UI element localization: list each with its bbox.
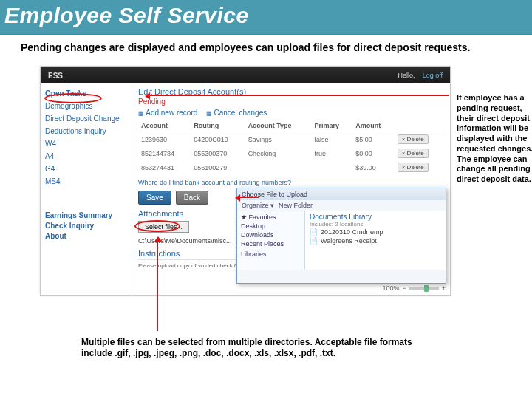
sidebar-item-direct-deposit[interactable]: Direct Deposit Change	[45, 112, 127, 125]
table-row: 852144784 055300370 Checking true $0.00 …	[138, 146, 444, 160]
arrow-icon	[146, 95, 449, 96]
accounts-table: Account Routing Account Type Primary Amo…	[138, 120, 444, 174]
file-chooser-dialog: Choose File to Upload Organize ▾ New Fol…	[236, 188, 446, 284]
sidebar-earnings[interactable]: Earnings Summary	[45, 211, 127, 219]
chooser-nav-item[interactable]: ★ Favorites	[241, 213, 301, 222]
chooser-lib-title: Documents Library	[310, 213, 441, 221]
chooser-nav-item[interactable]: Libraries	[241, 250, 301, 259]
sidebar-check[interactable]: Check Inquiry	[45, 222, 127, 230]
grid-toolbar: Add new record Cancel changes	[138, 109, 444, 117]
bottom-annotation: Multiple files can be selected from mult…	[81, 337, 436, 359]
help-link[interactable]: Where do I find bank account and routing…	[138, 179, 444, 186]
chooser-organize[interactable]: Organize ▾	[242, 202, 274, 209]
col-type: Account Type	[245, 120, 312, 132]
chooser-file[interactable]: Walgreens Receipt	[310, 236, 441, 245]
chooser-file[interactable]: 20120310 Cmdr emp	[310, 228, 441, 236]
sidebar-item-w4[interactable]: W4	[45, 137, 127, 150]
hello-text: Hello,	[398, 72, 415, 79]
chooser-newfolder[interactable]: New Folder	[279, 202, 313, 209]
chooser-title: Choose File to Upload	[237, 188, 446, 200]
cancel-changes-button[interactable]: Cancel changes	[206, 109, 267, 117]
chooser-nav: ★ Favorites Desktop Downloads Recent Pla…	[237, 211, 305, 270]
chooser-nav-item[interactable]: Recent Places	[241, 239, 301, 248]
slide-title-bar: Employee Self Service	[0, 0, 532, 35]
highlight-oval	[44, 93, 102, 103]
chooser-nav-item[interactable]: Downloads	[241, 231, 301, 239]
ess-brand: ESS	[48, 72, 63, 80]
sidebar-item-deductions[interactable]: Deductions Inquiry	[45, 125, 127, 137]
logoff-link[interactable]: Log off	[423, 72, 443, 79]
table-row: 1239630 04200C019 Savings false $5.00 × …	[138, 132, 444, 147]
ess-app-header: ESS Hello, Log off	[41, 67, 450, 83]
delete-button[interactable]: × Delete	[398, 134, 429, 144]
pending-badge: Pending	[138, 98, 444, 106]
stage: ESS Hello, Log off Open Tasks Demographi…	[15, 58, 517, 375]
arrow-icon	[236, 197, 259, 198]
sidebar-item-g4[interactable]: G4	[45, 163, 127, 175]
slide-title: Employee Self Service	[4, 3, 525, 28]
save-button[interactable]: Save	[138, 191, 171, 205]
col-account: Account	[138, 120, 191, 132]
slide-subtitle: Pending changes are displayed and employ…	[0, 35, 532, 58]
sidebar: Open Tasks Demographics Direct Deposit C…	[41, 83, 132, 295]
highlight-oval	[134, 220, 180, 232]
sidebar-item-a4[interactable]: A4	[45, 150, 127, 163]
col-amount: Amount	[352, 120, 394, 132]
delete-button[interactable]: × Delete	[398, 149, 429, 158]
chooser-nav-item[interactable]: Desktop	[241, 222, 301, 231]
col-actions	[395, 120, 444, 132]
add-record-button[interactable]: Add new record	[138, 109, 197, 117]
right-annotation: If employee has a pending request, their…	[457, 93, 532, 185]
sidebar-item-ms4[interactable]: MS4	[45, 175, 127, 188]
arrow-icon	[157, 238, 158, 331]
table-row: 853274431 056100279 $39.00 × Delete	[138, 160, 444, 174]
delete-button[interactable]: × Delete	[398, 163, 429, 172]
sidebar-about[interactable]: About	[45, 232, 127, 240]
col-routing: Routing	[191, 120, 245, 132]
chooser-filelist: Documents Library Includes: 2 locations …	[305, 211, 446, 270]
zoom-indicator: 100% −+	[382, 284, 446, 292]
back-button[interactable]: Back	[176, 191, 208, 205]
col-primary: Primary	[311, 120, 352, 132]
